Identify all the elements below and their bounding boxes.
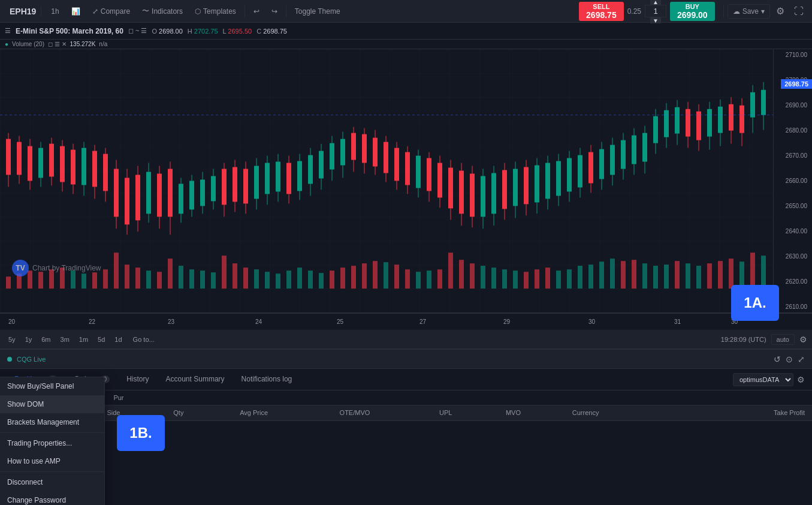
time-22: 22 [89, 318, 95, 325]
svg-rect-35 [362, 263, 367, 288]
undo-btn[interactable]: ↩ [249, 5, 264, 18]
svg-rect-136 [340, 139, 345, 166]
dropdown-show-dom[interactable]: ☑ Show DOM [0, 395, 104, 413]
svg-rect-2 [6, 276, 11, 288]
svg-rect-36 [373, 261, 378, 288]
save-button[interactable]: ☁ Save ▾ [728, 4, 770, 19]
redo-icon: ↪ [271, 7, 277, 16]
svg-rect-11 [103, 269, 108, 288]
svg-rect-132 [319, 151, 324, 179]
svg-rect-154 [437, 163, 442, 198]
account-select[interactable]: optimusDATA [733, 373, 793, 386]
settings-gear-icon[interactable]: ⚙ [772, 3, 788, 19]
pur-label: Pur [113, 394, 123, 401]
col-qty-header: Qty [173, 409, 240, 417]
svg-rect-128 [297, 161, 302, 191]
dropdown-change-password[interactable]: Change Password [0, 491, 104, 505]
fullscreen-icon[interactable]: ⛶ [790, 4, 807, 19]
bar-style-btn[interactable]: 📊 [67, 5, 85, 18]
symbol-label: EPH19 [5, 7, 41, 16]
tab-account-summary[interactable]: Account Summary [159, 370, 232, 389]
dropdown-brackets[interactable]: ☑ Brackets Management [0, 413, 104, 431]
svg-rect-33 [340, 267, 345, 288]
qty-up-btn[interactable]: ▲ [650, 0, 661, 5]
dropdown-how-to-amp[interactable]: How to use AMP [0, 452, 104, 470]
timeframe-3m-btn[interactable]: 3m [57, 335, 73, 344]
qty-input[interactable] [645, 5, 666, 17]
indicators-icon: 〜 [142, 6, 149, 16]
svg-rect-27 [276, 273, 280, 288]
low-label: L [223, 28, 227, 35]
dropdown-disconnect[interactable]: Disconnect [0, 473, 104, 491]
svg-rect-14 [135, 267, 140, 288]
chart-area: 2710.00 2700.00 2690.00 2680.00 2670.00 … [0, 49, 812, 313]
svg-rect-82 [49, 144, 54, 177]
panel-expand-btn[interactable]: ⤢ [798, 354, 805, 364]
qty-down-btn[interactable]: ▼ [650, 17, 661, 23]
compare-btn[interactable]: ⤢ Compare [87, 5, 135, 18]
svg-rect-40 [416, 272, 421, 288]
timeframe-1y-btn[interactable]: 1y [22, 335, 36, 344]
svg-rect-176 [556, 161, 561, 196]
svg-rect-50 [524, 272, 529, 288]
dropdown-trading-props[interactable]: Trading Properties... [0, 434, 104, 452]
sell-button[interactable]: SELL 2698.75 [579, 2, 624, 21]
tab-notifications[interactable]: Notifications log [234, 370, 300, 389]
panel-settings-btn[interactable]: ⚙ [797, 375, 805, 384]
svg-rect-49 [513, 270, 518, 288]
separator3 [723, 5, 724, 17]
check-dom: ☑ [0, 400, 2, 408]
timeframe-label: 1h [51, 7, 59, 16]
svg-rect-59 [621, 261, 626, 288]
auto-btn[interactable]: auto [771, 334, 795, 345]
svg-rect-26 [265, 272, 270, 288]
positions-panel: CQG Live ↺ ⊙ ⤢ Positions 0 Orders 0 Hist… [0, 349, 812, 421]
pur-item: Pur [113, 394, 123, 401]
callout-1a: 1A. [731, 285, 779, 321]
svg-rect-78 [28, 146, 32, 181]
svg-rect-17 [168, 258, 173, 288]
svg-rect-194 [653, 116, 658, 143]
timeframe-1d-btn[interactable]: 1d [111, 335, 125, 344]
goto-btn[interactable]: Go to... [128, 335, 159, 344]
ohlc-open: O 2698.00 [152, 28, 182, 35]
col-mvo-header: MVO [506, 409, 572, 417]
dropdown-separator [0, 432, 104, 433]
indicators-btn[interactable]: 〜 Indicators [137, 4, 188, 19]
disconnect-label: Disconnect [7, 478, 43, 486]
svg-rect-21 [211, 272, 216, 288]
svg-rect-47 [491, 267, 496, 288]
timeframe-1m-btn[interactable]: 1m [76, 335, 92, 344]
high-value: 2702.75 [194, 28, 218, 35]
svg-rect-69 [729, 258, 733, 288]
svg-rect-200 [686, 109, 690, 137]
dropdown-show-buy-sell[interactable]: ☑ Show Buy/Sell Panel [0, 377, 104, 395]
timeframe-1h-btn[interactable]: 1h [46, 5, 64, 18]
timeframe-5y-btn[interactable]: 5y [5, 335, 19, 344]
templates-btn[interactable]: ⬡ Templates [190, 5, 241, 18]
svg-rect-76 [17, 142, 22, 175]
svg-rect-162 [481, 176, 485, 217]
buy-button[interactable]: BUY 2699.00 [670, 2, 715, 21]
panel-refresh-btn[interactable]: ↺ [774, 354, 781, 364]
redo-btn[interactable]: ↪ [267, 5, 282, 18]
toggle-theme-btn[interactable]: Toggle Theme [290, 5, 345, 18]
panel-tab-right: optimusDATA ⚙ [733, 373, 805, 386]
svg-rect-90 [92, 151, 97, 187]
qty-control: ▲ ▼ [645, 0, 666, 23]
timestamp-label: 19:28:09 (UTC) [721, 336, 766, 343]
high-label: H [188, 28, 192, 35]
time-27: 27 [419, 318, 426, 325]
svg-rect-30 [308, 270, 313, 288]
chart-settings-gear[interactable]: ⚙ [799, 335, 807, 344]
buy-price: 2699.00 [677, 10, 708, 20]
svg-rect-116 [233, 167, 237, 202]
panel-history-btn[interactable]: ⊙ [786, 354, 793, 364]
timeframe-5d-btn[interactable]: 5d [94, 335, 108, 344]
tab-history[interactable]: History [119, 370, 156, 389]
sell-price: 2698.75 [586, 10, 617, 20]
svg-rect-178 [567, 158, 572, 192]
svg-rect-206 [718, 107, 723, 133]
timeframe-6m-btn[interactable]: 6m [38, 335, 54, 344]
svg-rect-37 [384, 262, 388, 288]
